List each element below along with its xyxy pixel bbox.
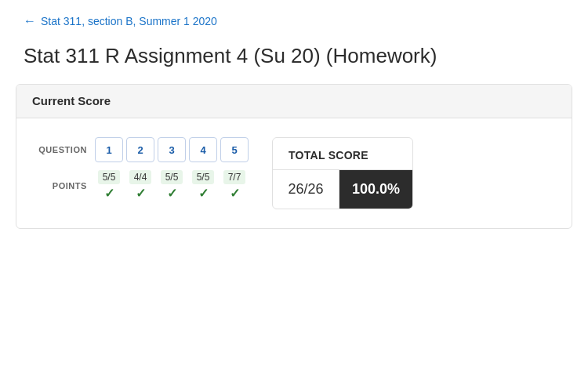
points-cell-5: 7/7 ✓	[220, 170, 249, 201]
question-cell-1[interactable]: 1	[95, 137, 123, 162]
score-percent: 100.0%	[339, 170, 412, 209]
question-row-label: QUESTION	[32, 145, 87, 154]
points-cells: 5/5 ✓ 4/4 ✓ 5/5 ✓ 5/5 ✓	[95, 170, 249, 201]
check-icon-1: ✓	[104, 186, 114, 201]
check-icon-3: ✓	[167, 186, 177, 201]
points-value-5: 7/7	[223, 170, 245, 184]
points-value-2: 4/4	[129, 170, 151, 184]
points-cell-1: 5/5 ✓	[95, 170, 123, 201]
back-arrow-icon: ←	[24, 14, 36, 28]
page-title: Stat 311 R Assignment 4 (Su 20) (Homewor…	[0, 36, 588, 84]
score-card: Current Score QUESTION 1 2 3 4 5	[16, 84, 572, 229]
points-value-4: 5/5	[192, 170, 214, 184]
total-score-values: 26/26 100.0%	[273, 169, 412, 209]
points-value-3: 5/5	[161, 170, 183, 184]
total-score-label: TOTAL SCORE	[273, 138, 412, 169]
question-cell-4[interactable]: 4	[189, 137, 217, 162]
question-cell-5[interactable]: 5	[220, 137, 249, 162]
page-container: ← Stat 311, section B, Summer 1 2020 Sta…	[0, 0, 588, 392]
points-row: POINTS 5/5 ✓ 4/4 ✓ 5/5 ✓	[32, 170, 249, 201]
back-link[interactable]: Stat 311, section B, Summer 1 2020	[41, 15, 217, 27]
check-icon-4: ✓	[198, 186, 209, 201]
question-cell-3[interactable]: 3	[158, 137, 186, 162]
questions-table: QUESTION 1 2 3 4 5 POINTS 5/5	[32, 137, 249, 201]
question-cell-2[interactable]: 2	[126, 137, 154, 162]
check-icon-5: ✓	[230, 186, 240, 201]
check-icon-2: ✓	[136, 186, 146, 201]
score-card-header: Current Score	[16, 85, 572, 118]
score-card-body: QUESTION 1 2 3 4 5 POINTS 5/5	[16, 118, 572, 228]
question-cells: 1 2 3 4 5	[95, 137, 249, 162]
points-cell-4: 5/5 ✓	[189, 170, 217, 201]
total-score-box: TOTAL SCORE 26/26 100.0%	[272, 137, 413, 209]
points-value-1: 5/5	[98, 170, 120, 184]
score-fraction: 26/26	[273, 170, 339, 209]
question-row: QUESTION 1 2 3 4 5	[32, 137, 249, 162]
points-row-label: POINTS	[32, 181, 87, 191]
back-navigation: ← Stat 311, section B, Summer 1 2020	[0, 0, 588, 36]
points-cell-3: 5/5 ✓	[158, 170, 186, 201]
points-cell-2: 4/4 ✓	[126, 170, 154, 201]
score-card-header-text: Current Score	[32, 94, 111, 107]
